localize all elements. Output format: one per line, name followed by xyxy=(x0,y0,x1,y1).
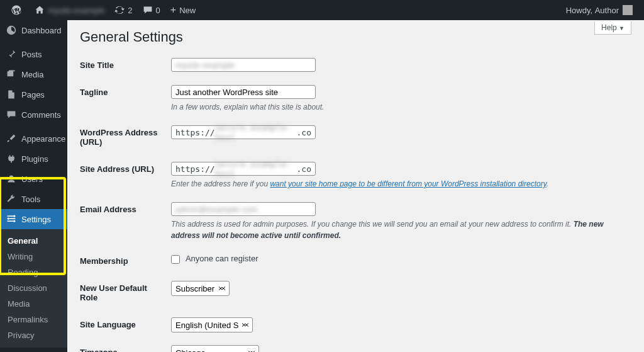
input-wp-url[interactable]: https://secure.example-host .co xyxy=(171,125,316,139)
pin-icon xyxy=(6,49,16,59)
svg-rect-1 xyxy=(9,218,16,219)
chevron-down-icon: ▼ xyxy=(619,25,625,31)
submenu-reading[interactable]: Reading xyxy=(0,264,67,280)
help-tab[interactable]: Help ▼ xyxy=(594,21,631,35)
menu-users[interactable]: Users xyxy=(0,169,67,189)
menu-posts[interactable]: Posts xyxy=(0,44,67,64)
updates[interactable]: 2 xyxy=(109,0,137,20)
label-site-lang: Site Language xyxy=(80,311,171,339)
dashboard-icon xyxy=(6,25,16,35)
avatar xyxy=(623,5,633,15)
content-area: Help ▼ General Settings Site Title mysit… xyxy=(67,20,644,352)
label-email: Email Address xyxy=(80,196,171,247)
comment-icon xyxy=(143,5,153,15)
svg-point-4 xyxy=(8,218,9,220)
submenu-media[interactable]: Media xyxy=(0,296,67,312)
plugin-icon xyxy=(6,154,16,164)
users-icon xyxy=(6,174,16,184)
comments-count: 0 xyxy=(156,6,160,15)
label-membership: Membership xyxy=(80,247,171,275)
menu-appearance[interactable]: Appearance xyxy=(0,128,67,149)
select-site-lang[interactable]: English (United States) xyxy=(171,317,253,332)
wordpress-icon xyxy=(11,5,21,15)
desc-tagline: In a few words, explain what this site i… xyxy=(171,101,631,113)
input-tagline[interactable] xyxy=(171,85,316,99)
input-email[interactable]: admin@example.com xyxy=(171,202,316,216)
label-tagline: Tagline xyxy=(80,79,171,119)
plus-icon: + xyxy=(170,4,176,16)
select-timezone[interactable]: Chicago xyxy=(171,345,259,352)
label-site-url: Site Address (URL) xyxy=(80,156,171,196)
desc-email: This address is used for admin purposes.… xyxy=(171,219,631,241)
page-icon xyxy=(6,89,16,99)
submenu-discussion[interactable]: Discussion xyxy=(0,280,67,296)
howdy-account[interactable]: Howdy, Author xyxy=(561,0,638,20)
checkbox-label-anyone-register[interactable]: Anyone can register xyxy=(171,254,258,263)
label-wp-url: WordPress Address (URL) xyxy=(80,119,171,156)
howdy-user: Author xyxy=(595,6,619,15)
new-label: New xyxy=(179,6,196,15)
howdy-prefix: Howdy, xyxy=(566,6,592,15)
comments-icon xyxy=(6,110,16,120)
svg-point-3 xyxy=(13,215,15,217)
site-name: mysite.example xyxy=(48,6,104,15)
submenu-privacy[interactable]: Privacy xyxy=(0,327,67,343)
home-icon xyxy=(35,5,45,15)
new-content[interactable]: + New xyxy=(165,0,201,20)
page-title: General Settings xyxy=(80,20,631,52)
menu-plugins[interactable]: Plugins xyxy=(0,149,67,169)
site-home[interactable]: mysite.example xyxy=(30,0,109,20)
menu-media[interactable]: Media xyxy=(0,64,67,84)
label-timezone: Timezone xyxy=(80,339,171,352)
tools-icon xyxy=(6,194,16,204)
svg-point-5 xyxy=(13,220,15,222)
select-default-role[interactable]: Subscriber xyxy=(171,281,230,296)
submenu-writing[interactable]: Writing xyxy=(0,249,67,264)
input-site-url[interactable]: https://secure.example-host .co xyxy=(171,162,316,176)
menu-pages[interactable]: Pages xyxy=(0,84,67,105)
admin-sidebar: Dashboard Posts Media Pages Comments App… xyxy=(0,20,67,352)
settings-submenu: General Writing Reading Discussion Media… xyxy=(0,229,67,347)
comments-bubble[interactable]: 0 xyxy=(138,0,165,20)
submenu-permalinks[interactable]: Permalinks xyxy=(0,312,67,327)
brush-icon xyxy=(6,133,16,144)
desc-site-url: Enter the address here if you want your … xyxy=(171,178,631,190)
collapse-menu[interactable]: Collapse menu xyxy=(0,347,67,352)
settings-icon xyxy=(6,214,16,224)
menu-comments[interactable]: Comments xyxy=(0,105,67,125)
submenu-general[interactable]: General xyxy=(0,233,67,249)
update-icon xyxy=(114,5,125,15)
svg-rect-2 xyxy=(8,220,14,222)
menu-tools[interactable]: Tools xyxy=(0,189,67,209)
menu-settings[interactable]: Settings xyxy=(0,209,67,229)
menu-dashboard[interactable]: Dashboard xyxy=(0,20,67,40)
media-icon xyxy=(6,69,16,79)
checkbox-anyone-register[interactable] xyxy=(171,255,180,264)
input-site-title[interactable]: mysite example xyxy=(171,58,316,72)
admin-bar: mysite.example 2 0 + New Howdy, Author xyxy=(0,0,644,20)
wp-logo[interactable] xyxy=(6,0,30,20)
label-site-title: Site Title xyxy=(80,52,171,79)
updates-count: 2 xyxy=(128,6,132,15)
label-default-role: New User Default Role xyxy=(80,275,171,311)
link-site-url-help[interactable]: want your site home page to be different… xyxy=(270,179,546,188)
svg-rect-0 xyxy=(8,215,14,217)
